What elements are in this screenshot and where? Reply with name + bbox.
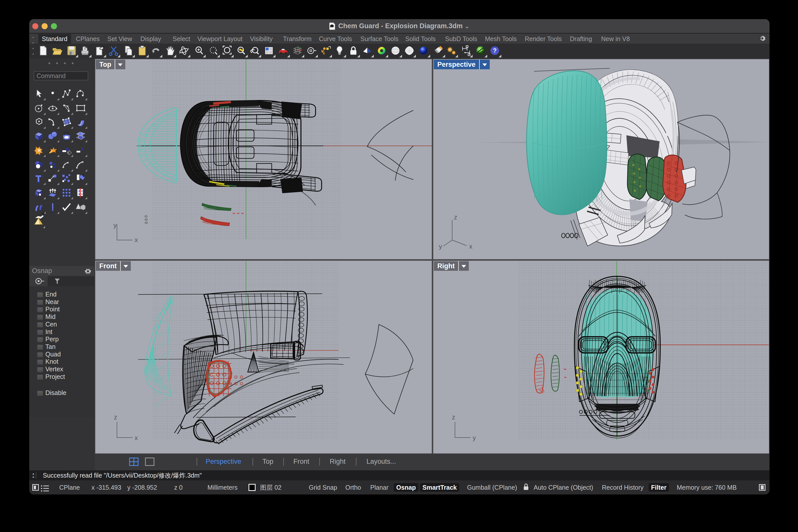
svg-text:x: x <box>135 434 138 441</box>
svg-text:z: z <box>452 413 455 421</box>
svg-text:y: y <box>472 434 476 441</box>
svg-text:x: x <box>135 236 138 244</box>
svg-text:y: y <box>439 243 442 250</box>
svg-text:0 0 0: 0 0 0 <box>144 215 148 224</box>
svg-text:?: ? <box>493 47 497 54</box>
svg-text:z: z <box>454 213 457 221</box>
svg-text:z: z <box>114 413 117 421</box>
svg-text:x: x <box>469 243 472 250</box>
svg-text:y: y <box>113 222 117 229</box>
